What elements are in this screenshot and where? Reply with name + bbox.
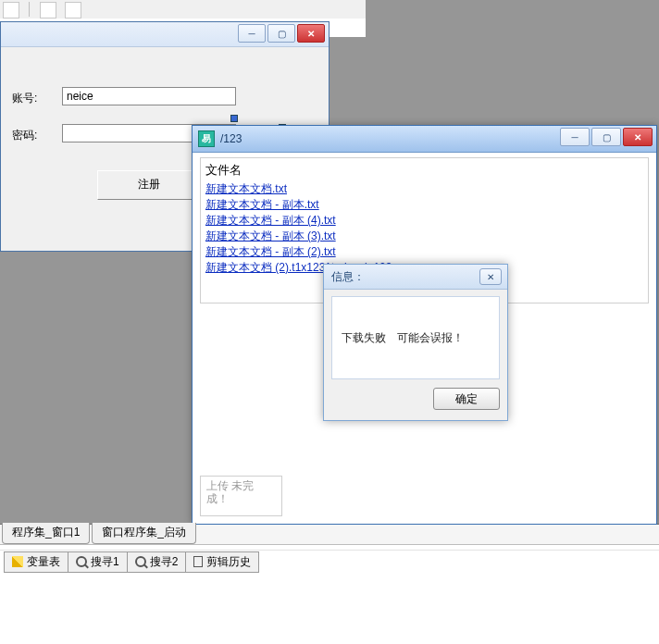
message-box-titlebar[interactable]: 信息： ✕ [324, 265, 507, 290]
tool-tab-label: 剪辑历史 [206, 554, 251, 570]
tool-tab-search2[interactable]: 搜寻2 [127, 551, 187, 573]
clipboard-icon [193, 556, 203, 567]
file-list-title: /123 [220, 132, 242, 145]
designer-toolbar [0, 0, 366, 19]
lower-panel [0, 573, 659, 644]
tool-tab-variables[interactable]: 变量表 [4, 551, 68, 573]
variables-icon [12, 556, 23, 567]
minimize-button[interactable]: ─ [238, 24, 266, 43]
message-box: 信息： ✕ 下载失败 可能会误报！ 确定 [323, 264, 508, 421]
file-list-titlebar[interactable]: 易 /123 ─ ▢ ✕ [193, 126, 656, 153]
file-link[interactable]: 新建文本文档 - 副本 (4).txt [205, 213, 643, 229]
account-label: 账号: [10, 91, 39, 106]
selection-handle[interactable] [230, 115, 238, 122]
tool-tab-search1[interactable]: 搜寻1 [68, 551, 128, 573]
toolbar-button[interactable] [65, 2, 81, 19]
file-link[interactable]: 新建文本文档.txt [205, 181, 643, 197]
workspace: ─ ▢ ✕ 账号: 密码: 注册 易 /123 ─ ▢ ✕ [0, 0, 659, 525]
search-icon [76, 556, 87, 567]
maximize-button[interactable]: ▢ [267, 24, 295, 43]
tool-tab-label: 变量表 [27, 554, 60, 570]
close-button[interactable]: ✕ [623, 128, 653, 146]
password-label: 密码: [10, 128, 39, 143]
minimize-button[interactable]: ─ [560, 128, 590, 146]
close-button[interactable]: ✕ [297, 24, 325, 43]
file-link[interactable]: 新建文本文档 - 副本 (2).txt [205, 244, 643, 260]
doc-tab[interactable]: 程序集_窗口1 [2, 523, 90, 544]
file-list-header: 文件名 [205, 161, 643, 181]
message-text: 下载失败 可能会误报！ [342, 330, 464, 346]
message-box-title: 信息： [331, 269, 365, 285]
close-icon[interactable]: ✕ [479, 268, 502, 285]
file-link[interactable]: 新建文本文档 - 副本 (3).txt [205, 229, 643, 244]
design-form-titlebar: ─ ▢ ✕ [1, 22, 329, 47]
ok-button[interactable]: 确定 [433, 388, 500, 410]
maximize-button[interactable]: ▢ [591, 128, 621, 146]
file-link[interactable]: 新建文本文档 - 副本.txt [205, 197, 643, 213]
app-icon: 易 [198, 130, 215, 147]
tool-tab-label: 搜寻1 [91, 554, 119, 570]
search-icon [135, 556, 146, 567]
upload-status: 上传 未完成！ [200, 476, 282, 516]
account-input[interactable] [62, 87, 236, 105]
tool-tab-label: 搜寻2 [150, 554, 179, 570]
doc-tab[interactable]: 窗口程序集_启动 [92, 523, 196, 544]
document-tabs: 程序集_窗口1 窗口程序集_启动 [0, 525, 659, 545]
toolbar-button[interactable] [40, 2, 56, 19]
message-box-body: 下载失败 可能会误报！ [331, 296, 500, 379]
tool-tab-cliphistory[interactable]: 剪辑历史 [185, 551, 259, 573]
toolbar-button[interactable] [3, 2, 19, 19]
tool-tabs: 变量表 搜寻1 搜寻2 剪辑历史 [0, 550, 659, 574]
register-button[interactable]: 注册 [97, 170, 201, 200]
